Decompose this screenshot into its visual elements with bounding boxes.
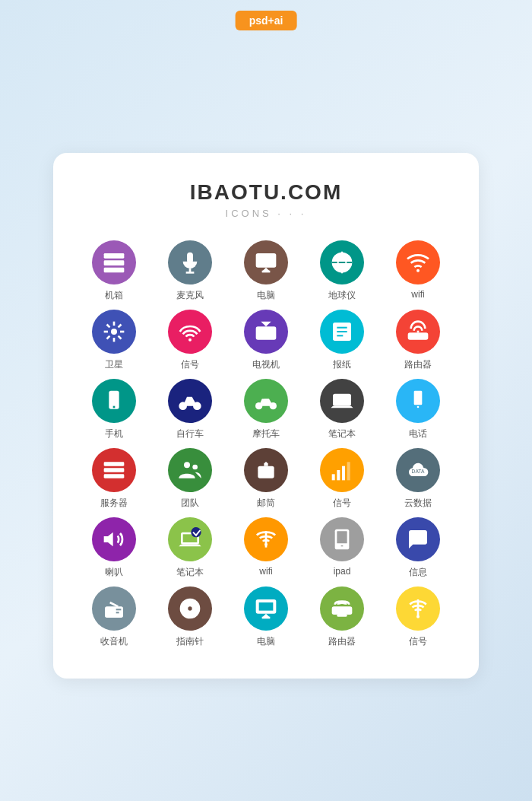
icon-label-0-3: 地球仪 <box>328 289 356 302</box>
team-icon <box>168 448 212 492</box>
icon-item-5-4[interactable]: 信号 <box>384 586 452 648</box>
icon-label-3-1: 团队 <box>181 497 199 510</box>
icon-label-5-4: 信号 <box>409 635 427 648</box>
icon-item-5-3[interactable]: 路由器 <box>308 586 376 648</box>
icon-label-5-0: 收音机 <box>100 635 128 648</box>
wifi2-icon <box>244 517 288 561</box>
icon-item-3-0[interactable]: 服务器 <box>80 448 148 510</box>
icon-label-1-3: 报纸 <box>333 358 351 371</box>
svg-point-31 <box>415 335 417 338</box>
svg-line-21 <box>119 325 122 328</box>
server-icon <box>92 240 136 284</box>
icon-item-5-2[interactable]: 电脑 <box>232 586 300 648</box>
icon-item-2-1[interactable]: 自行车 <box>156 379 224 440</box>
bicycle-icon <box>168 379 212 423</box>
svg-rect-45 <box>104 474 125 478</box>
svg-point-71 <box>188 606 192 610</box>
icon-label-3-2: 邮筒 <box>257 497 275 510</box>
icon-label-1-0: 卫星 <box>105 358 123 371</box>
icon-label-1-1: 信号 <box>181 358 199 371</box>
compass-icon <box>168 586 212 631</box>
router2-icon <box>320 586 364 631</box>
icon-item-4-4[interactable]: 信息 <box>384 517 452 579</box>
icon-item-1-2[interactable]: 电视机 <box>232 310 300 371</box>
svg-rect-78 <box>337 615 347 617</box>
svg-point-3 <box>120 255 122 257</box>
icon-label-4-0: 喇叭 <box>105 566 123 579</box>
icon-item-0-2[interactable]: 电脑 <box>232 240 300 302</box>
mic-icon <box>168 240 212 284</box>
icon-label-1-4: 路由器 <box>404 358 432 371</box>
icon-item-3-3[interactable]: 信号 <box>308 448 376 510</box>
svg-point-13 <box>416 269 420 272</box>
signal2-icon <box>320 448 364 492</box>
tv-icon <box>244 310 288 354</box>
icon-item-0-3[interactable]: 地球仪 <box>308 240 376 302</box>
satellite-icon <box>92 310 136 354</box>
ipad-icon <box>320 517 364 561</box>
svg-rect-41 <box>415 392 421 402</box>
signal-icon <box>168 310 212 354</box>
icon-label-2-2: 摩托车 <box>252 428 280 440</box>
monitor2-icon <box>244 586 288 631</box>
icon-label-4-3: ipad <box>334 566 351 577</box>
icon-label-3-4: 云数据 <box>404 497 432 510</box>
svg-rect-51 <box>337 470 340 480</box>
top-badge: psd+ai <box>236 11 297 30</box>
router-icon <box>396 310 440 354</box>
icon-item-1-0[interactable]: 卫星 <box>80 310 148 371</box>
radio-icon <box>92 586 136 631</box>
icon-label-5-1: 指南针 <box>176 635 204 648</box>
icon-label-3-3: 信号 <box>333 497 351 510</box>
svg-point-46 <box>184 462 190 468</box>
icon-item-3-4[interactable]: DATA云数据 <box>384 448 452 510</box>
svg-text:DATA: DATA <box>412 469 425 474</box>
cloud-icon: DATA <box>396 448 440 492</box>
svg-line-19 <box>107 325 110 328</box>
svg-rect-43 <box>104 462 125 466</box>
icon-item-3-1[interactable]: 团队 <box>156 448 224 510</box>
icon-label-0-4: wifi <box>411 289 424 300</box>
icon-label-2-3: 笔记本 <box>328 428 356 440</box>
icon-item-4-2[interactable]: wifi <box>232 517 300 577</box>
icon-label-0-2: 电脑 <box>257 289 275 302</box>
icon-label-4-2: wifi <box>259 566 272 577</box>
icon-item-2-4[interactable]: 电话 <box>384 379 452 440</box>
card-subtitle: ICONS · · · <box>76 208 456 219</box>
motorcycle-icon <box>244 379 288 423</box>
icon-item-3-2[interactable]: 邮筒 <box>232 448 300 510</box>
svg-point-60 <box>264 543 268 546</box>
icon-item-0-0[interactable]: 机箱 <box>80 240 148 302</box>
svg-rect-74 <box>259 602 274 611</box>
monitor-icon <box>244 240 288 284</box>
icon-item-5-0[interactable]: 收音机 <box>80 586 148 648</box>
icon-item-0-1[interactable]: 麦克风 <box>156 240 224 302</box>
icon-label-0-1: 麦克风 <box>176 289 204 302</box>
icon-item-5-1[interactable]: 指南针 <box>156 586 224 648</box>
icon-row-2: 手机自行车摩托车笔记本电话 <box>76 379 456 440</box>
icon-item-4-3[interactable]: ipad <box>308 517 376 577</box>
icon-item-2-2[interactable]: 摩托车 <box>232 379 300 440</box>
icon-label-3-0: 服务器 <box>100 497 128 510</box>
phone-icon <box>396 379 440 423</box>
svg-point-14 <box>111 329 117 335</box>
icon-item-1-1[interactable]: 信号 <box>156 310 224 371</box>
icon-row-1: 卫星信号电视机报纸路由器 <box>76 310 456 371</box>
speaker-icon <box>92 517 136 561</box>
icon-item-2-0[interactable]: 手机 <box>80 379 148 440</box>
icon-item-1-3[interactable]: 报纸 <box>308 310 376 371</box>
card-title: IBAOTU.COM <box>76 180 456 205</box>
icon-label-4-1: 笔记本 <box>176 566 204 579</box>
svg-rect-63 <box>337 531 347 543</box>
icon-item-1-4[interactable]: 路由器 <box>384 310 452 371</box>
icon-item-4-0[interactable]: 喇叭 <box>80 517 148 579</box>
icon-item-2-3[interactable]: 笔记本 <box>308 379 376 440</box>
icon-item-0-4[interactable]: wifi <box>384 240 452 300</box>
svg-rect-50 <box>332 474 335 480</box>
svg-point-49 <box>265 462 268 464</box>
wifi-icon <box>396 240 440 284</box>
icon-label-2-0: 手机 <box>105 428 123 440</box>
svg-point-30 <box>411 335 413 338</box>
icon-item-4-1[interactable]: 笔记本 <box>156 517 224 579</box>
server2-icon <box>92 448 136 492</box>
